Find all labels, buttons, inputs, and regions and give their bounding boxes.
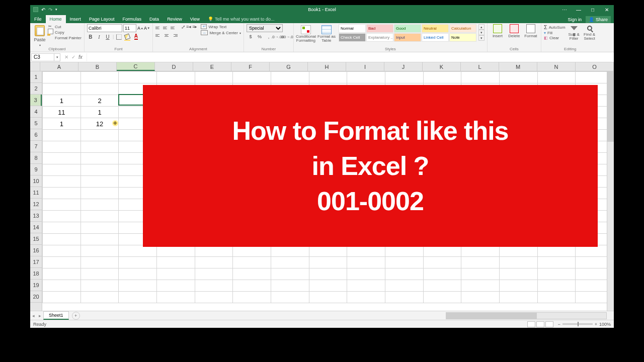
- ribbon-options-icon[interactable]: ⋯: [557, 5, 572, 14]
- cell[interactable]: [80, 245, 119, 257]
- cell[interactable]: [271, 72, 309, 83]
- cell[interactable]: [80, 141, 119, 153]
- cell[interactable]: [43, 268, 81, 280]
- row-header[interactable]: 7: [30, 141, 42, 152]
- cell[interactable]: [80, 199, 119, 211]
- cell[interactable]: [80, 268, 119, 280]
- zoom-in-button[interactable]: +: [595, 322, 597, 327]
- border-button[interactable]: [115, 33, 122, 40]
- add-sheet-button[interactable]: +: [72, 312, 80, 320]
- undo-icon[interactable]: ↶: [41, 7, 45, 13]
- cell[interactable]: [119, 257, 157, 268]
- cell[interactable]: [43, 130, 81, 141]
- cell[interactable]: 11: [43, 107, 81, 118]
- cell[interactable]: [500, 268, 538, 280]
- row-header[interactable]: 8: [30, 152, 42, 164]
- bold-button[interactable]: B: [87, 33, 94, 40]
- cell-style-option[interactable]: Good: [394, 24, 421, 33]
- cell[interactable]: [347, 268, 385, 280]
- row-header[interactable]: 1: [30, 71, 42, 83]
- cell[interactable]: [43, 245, 81, 257]
- column-header[interactable]: A: [40, 62, 78, 71]
- sheet-tab-active[interactable]: Sheet1: [43, 311, 69, 320]
- fill-button[interactable]: ▾Fill: [544, 31, 566, 35]
- font-name-select[interactable]: [87, 24, 122, 32]
- font-size-select[interactable]: [123, 24, 136, 32]
- cell[interactable]: [119, 72, 157, 83]
- row-header[interactable]: 11: [30, 187, 42, 199]
- cell[interactable]: [80, 164, 119, 176]
- cell[interactable]: [461, 257, 500, 268]
- cell-style-option[interactable]: Explanatory ...: [366, 33, 393, 42]
- cell[interactable]: [80, 130, 119, 141]
- clear-button[interactable]: ◧Clear: [544, 36, 566, 40]
- cell[interactable]: [309, 280, 347, 292]
- cell[interactable]: [43, 141, 81, 153]
- cell[interactable]: [80, 234, 119, 245]
- cell[interactable]: [43, 72, 81, 83]
- row-header[interactable]: 18: [30, 268, 42, 280]
- cell[interactable]: [80, 292, 119, 303]
- cell[interactable]: [233, 257, 271, 268]
- cell[interactable]: [43, 83, 81, 95]
- align-right-button[interactable]: [171, 32, 178, 39]
- insert-cells-button[interactable]: Insert: [490, 24, 505, 47]
- cell[interactable]: [157, 268, 195, 280]
- cell[interactable]: [157, 292, 195, 303]
- cell[interactable]: [423, 280, 461, 292]
- cell[interactable]: [195, 72, 233, 83]
- cell[interactable]: [537, 268, 576, 280]
- cell-style-option[interactable]: Bad: [366, 24, 393, 33]
- column-header[interactable]: D: [155, 62, 193, 71]
- cell[interactable]: [385, 257, 424, 268]
- row-header[interactable]: 13: [30, 210, 42, 222]
- underline-button[interactable]: U: [104, 33, 111, 40]
- save-icon[interactable]: [33, 7, 38, 12]
- cell[interactable]: [461, 292, 500, 303]
- sheet-nav-next[interactable]: ▸: [37, 313, 43, 318]
- cell[interactable]: [157, 280, 195, 292]
- tab-page-layout[interactable]: Page Layout: [85, 15, 119, 23]
- align-middle-button[interactable]: [163, 24, 170, 31]
- column-header[interactable]: H: [308, 62, 346, 71]
- column-header[interactable]: G: [270, 62, 308, 71]
- formula-bar[interactable]: [87, 53, 614, 61]
- row-header[interactable]: 4: [30, 106, 42, 118]
- row-header[interactable]: 6: [30, 129, 42, 141]
- column-header[interactable]: L: [461, 62, 499, 71]
- cell[interactable]: [80, 280, 119, 292]
- vertical-scrollbar[interactable]: [607, 71, 614, 311]
- cell[interactable]: [309, 257, 347, 268]
- sort-filter-button[interactable]: Sort & Filter: [567, 24, 581, 47]
- tab-file[interactable]: File: [30, 15, 46, 23]
- tab-insert[interactable]: Insert: [66, 15, 86, 23]
- paste-button[interactable]: Paste ▾: [33, 24, 47, 47]
- tab-data[interactable]: Data: [145, 15, 163, 23]
- cell[interactable]: [423, 292, 461, 303]
- cell[interactable]: [157, 257, 195, 268]
- cell-style-option[interactable]: Linked Cell: [422, 33, 449, 42]
- cell[interactable]: [271, 268, 309, 280]
- cell[interactable]: [80, 176, 119, 188]
- accounting-format-button[interactable]: $: [247, 33, 255, 40]
- cell[interactable]: [80, 257, 119, 268]
- row-header[interactable]: 3: [30, 95, 42, 106]
- align-center-button[interactable]: [163, 32, 170, 39]
- orientation-button[interactable]: ⤢: [181, 24, 185, 30]
- decrease-font-button[interactable]: A▼: [144, 25, 150, 32]
- tab-review[interactable]: Review: [163, 15, 186, 23]
- cell[interactable]: [309, 72, 347, 83]
- copy-button[interactable]: Copy: [48, 30, 82, 35]
- cell[interactable]: [309, 292, 347, 303]
- cell[interactable]: [80, 153, 119, 164]
- cell[interactable]: [537, 292, 576, 303]
- cell[interactable]: [119, 280, 157, 292]
- cell[interactable]: [233, 72, 271, 83]
- maximize-button[interactable]: □: [586, 5, 600, 14]
- sign-in-link[interactable]: Sign in: [568, 17, 582, 22]
- page-break-view-button[interactable]: [545, 321, 553, 327]
- font-color-button[interactable]: A: [132, 33, 139, 40]
- row-header[interactable]: 5: [30, 118, 42, 129]
- cell[interactable]: [43, 199, 81, 211]
- cell[interactable]: [43, 222, 81, 234]
